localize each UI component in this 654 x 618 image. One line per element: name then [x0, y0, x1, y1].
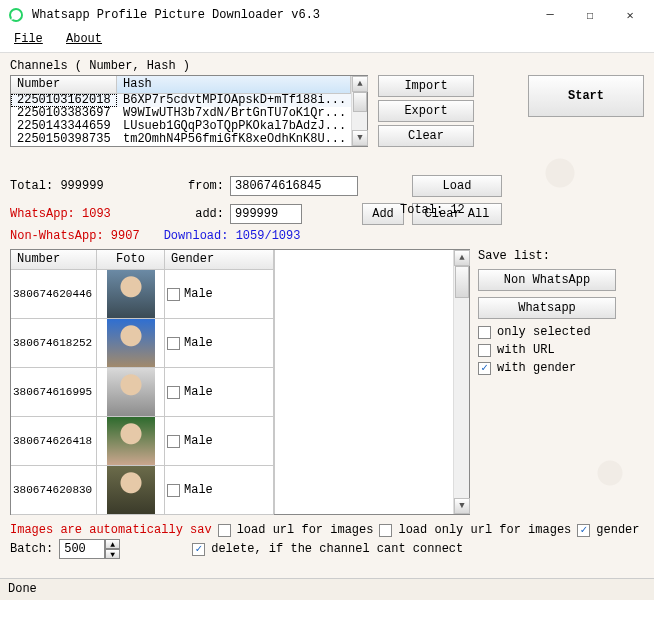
menu-bar: File About [0, 30, 654, 52]
channels-total: Total: 12 [400, 203, 465, 217]
save-list-title: Save list: [478, 249, 628, 263]
batch-input[interactable] [59, 539, 105, 559]
result-row[interactable]: 380674620446Male [11, 270, 274, 319]
with-gender-label: with gender [497, 361, 576, 375]
result-row[interactable]: 380674616995Male [11, 368, 274, 417]
save-non-whatsapp-button[interactable]: Non WhatsApp [478, 269, 616, 291]
menu-about[interactable]: About [66, 32, 102, 46]
only-selected-label: only selected [497, 325, 591, 339]
gender-label: gender [596, 523, 639, 537]
with-gender-checkbox[interactable] [478, 362, 491, 375]
add-button[interactable]: Add [362, 203, 404, 225]
load-url-checkbox[interactable] [218, 524, 231, 537]
profile-photo [107, 368, 155, 416]
window-title: Whatsapp Profile Picture Downloader v6.3 [32, 8, 530, 22]
profile-photo [107, 319, 155, 367]
close-button[interactable]: ✕ [610, 1, 650, 29]
app-logo-icon [8, 7, 24, 23]
result-row[interactable]: 380674620830Male [11, 466, 274, 515]
spin-up-icon[interactable]: ▲ [105, 539, 120, 549]
add-input[interactable] [230, 204, 302, 224]
whatsapp-count: WhatsApp: 1093 [10, 207, 160, 221]
channel-row[interactable]: 2250150398735tm2OmhN4P56fmiGfK8xeOdhKnK8… [11, 133, 351, 146]
clear-button[interactable]: Clear [378, 125, 474, 147]
gender-checkbox[interactable] [577, 524, 590, 537]
channels-scrollbar[interactable]: ▲ ▼ [351, 76, 367, 146]
channels-col-number[interactable]: Number [11, 76, 117, 94]
status-bar: Done [0, 578, 654, 600]
load-only-url-checkbox[interactable] [379, 524, 392, 537]
delete-cant-label: delete, if the channel cant connect [211, 542, 463, 556]
maximize-button[interactable]: ☐ [570, 1, 610, 29]
channel-row[interactable]: 2250103162018B6XP7r5cdvtMPIOApskD+mTf188… [11, 94, 351, 107]
load-button[interactable]: Load [412, 175, 502, 197]
import-button[interactable]: Import [378, 75, 474, 97]
from-label: from: [164, 179, 226, 193]
result-row[interactable]: 380674618252Male [11, 319, 274, 368]
delete-cant-checkbox[interactable] [192, 543, 205, 556]
row-checkbox[interactable] [167, 435, 180, 448]
row-checkbox[interactable] [167, 288, 180, 301]
only-selected-checkbox[interactable] [478, 326, 491, 339]
channels-title: Channels ( Number, Hash ) [10, 59, 644, 73]
non-whatsapp-count: Non-WhatsApp: 9907 [10, 229, 140, 243]
results-col-foto[interactable]: Foto [97, 250, 165, 270]
channel-row[interactable]: 2250103383697W9WIwUTH3b7xdN/BrtGnTU7oK1Q… [11, 107, 351, 120]
auto-save-label: Images are automatically sav [10, 523, 212, 537]
results-col-gender[interactable]: Gender [165, 250, 274, 270]
channels-table[interactable]: Number Hash 2250103162018B6XP7r5cdvtMPIO… [10, 75, 368, 147]
load-only-url-label: load only url for images [398, 523, 571, 537]
spin-down-icon[interactable]: ▼ [105, 549, 120, 559]
results-scrollbar[interactable]: ▲ ▼ [453, 250, 469, 514]
profile-photo [107, 466, 155, 514]
total-label: Total: 999999 [10, 179, 160, 193]
row-checkbox[interactable] [167, 386, 180, 399]
row-checkbox[interactable] [167, 337, 180, 350]
export-button[interactable]: Export [378, 100, 474, 122]
load-url-label: load url for images [237, 523, 374, 537]
result-row[interactable]: 380674626418Male [11, 417, 274, 466]
with-url-label: with URL [497, 343, 555, 357]
batch-label: Batch: [10, 542, 53, 556]
menu-file[interactable]: File [14, 32, 43, 46]
from-input[interactable] [230, 176, 358, 196]
profile-photo [107, 270, 155, 318]
channels-col-hash[interactable]: Hash [117, 76, 351, 94]
batch-spinner[interactable]: ▲▼ [59, 539, 120, 559]
minimize-button[interactable]: — [530, 1, 570, 29]
add-label: add: [164, 207, 226, 221]
results-table[interactable]: Number Foto Gender 380674620446Male38067… [10, 249, 470, 515]
start-button[interactable]: Start [528, 75, 644, 117]
row-checkbox[interactable] [167, 484, 180, 497]
results-col-number[interactable]: Number [11, 250, 97, 270]
with-url-checkbox[interactable] [478, 344, 491, 357]
download-count: Download: 1059/1093 [164, 229, 301, 243]
save-whatsapp-button[interactable]: Whatsapp [478, 297, 616, 319]
channel-row[interactable]: 2250143344659LUsueb1GQqP3oTQpPKOkal7bAdz… [11, 120, 351, 133]
profile-photo [107, 417, 155, 465]
